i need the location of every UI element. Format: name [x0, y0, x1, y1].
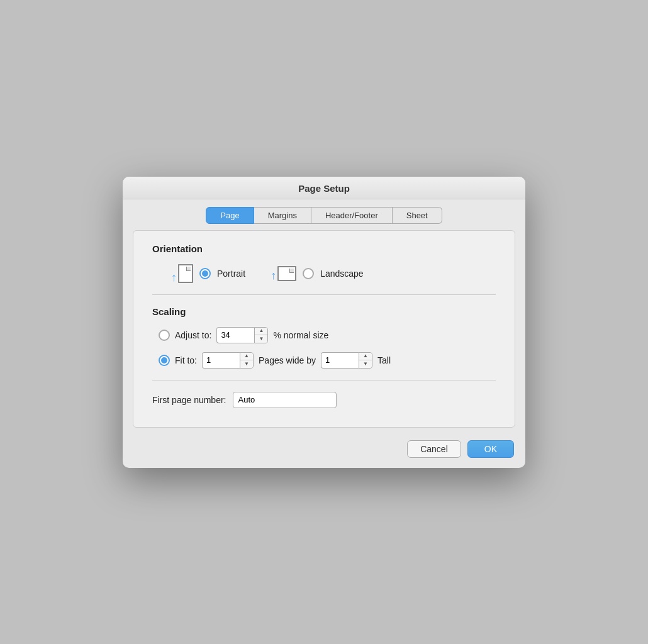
- tab-page[interactable]: Page: [206, 207, 254, 224]
- landscape-arrow-icon: ↑: [271, 270, 276, 281]
- portrait-arrow-icon: ↑: [171, 272, 177, 283]
- adjust-to-spinner: ▲ ▼: [254, 327, 268, 343]
- fit-to-row: Fit to: ▲ ▼ Pages wide by ▲ ▼ Tall: [159, 352, 496, 369]
- portrait-label: Portrait: [217, 269, 245, 279]
- orientation-options: ↑ Portrait ↑ Landscape: [171, 264, 496, 283]
- landscape-option[interactable]: ↑ Landscape: [271, 266, 364, 281]
- fit-to-input-group: ▲ ▼: [202, 352, 254, 369]
- tab-sheet[interactable]: Sheet: [393, 207, 442, 224]
- adjust-to-down-btn[interactable]: ▼: [255, 335, 267, 343]
- landscape-label: Landscape: [320, 269, 364, 279]
- page-setup-dialog: Page Setup Page Margins Header/Footer Sh…: [123, 177, 525, 468]
- fit-to-pages-wide-input[interactable]: [202, 352, 240, 369]
- fit-to-pages-wide-up-btn[interactable]: ▲: [240, 353, 253, 361]
- portrait-option[interactable]: ↑ Portrait: [171, 264, 245, 283]
- landscape-doc-icon: [277, 266, 296, 281]
- fit-to-tall-up-btn[interactable]: ▲: [359, 353, 372, 361]
- pages-wide-by-label: Pages wide by: [259, 355, 316, 365]
- fit-to-pages-wide-down-btn[interactable]: ▼: [240, 360, 253, 368]
- divider-2: [152, 380, 496, 380]
- bottom-bar: Cancel OK: [123, 436, 525, 468]
- adjust-to-radio[interactable]: [159, 330, 170, 341]
- landscape-radio[interactable]: [303, 268, 314, 279]
- divider-1: [152, 294, 496, 295]
- content-area: Orientation ↑ Portrait ↑ Landscape: [133, 230, 515, 428]
- cancel-button[interactable]: Cancel: [407, 440, 461, 458]
- adjust-to-label: Adjust to:: [175, 330, 211, 340]
- landscape-icon-group: ↑: [271, 266, 296, 281]
- first-page-label: First page number:: [152, 395, 226, 405]
- portrait-icon-group: ↑: [171, 264, 193, 283]
- ok-button[interactable]: OK: [467, 440, 514, 458]
- adjust-to-input-group: ▲ ▼: [216, 327, 268, 343]
- fit-to-label: Fit to:: [175, 355, 197, 365]
- adjust-to-input[interactable]: [216, 327, 254, 343]
- fit-to-pages-wide-spinner: ▲ ▼: [240, 352, 254, 369]
- scaling-title: Scaling: [152, 306, 496, 317]
- dialog-title: Page Setup: [123, 177, 525, 199]
- orientation-title: Orientation: [152, 243, 496, 254]
- first-page-input[interactable]: [233, 392, 337, 408]
- tab-header-footer[interactable]: Header/Footer: [311, 207, 393, 224]
- tall-label: Tall: [377, 355, 391, 365]
- tabs-bar: Page Margins Header/Footer Sheet: [123, 199, 525, 224]
- fit-to-tall-input-group: ▲ ▼: [321, 352, 372, 369]
- adjust-to-row: Adjust to: ▲ ▼ % normal size: [159, 327, 496, 343]
- fit-to-tall-spinner: ▲ ▼: [359, 352, 372, 369]
- adjust-to-suffix: % normal size: [273, 330, 328, 340]
- fit-to-tall-input[interactable]: [321, 352, 359, 369]
- adjust-to-up-btn[interactable]: ▲: [255, 328, 267, 336]
- fit-to-radio[interactable]: [159, 355, 170, 366]
- scaling-section: Scaling Adjust to: ▲ ▼ % normal size Fit…: [152, 306, 496, 369]
- portrait-radio[interactable]: [199, 268, 211, 279]
- fit-to-tall-down-btn[interactable]: ▼: [359, 360, 372, 368]
- portrait-doc-icon: [178, 264, 193, 283]
- tab-margins[interactable]: Margins: [254, 207, 311, 224]
- first-page-row: First page number:: [152, 392, 496, 408]
